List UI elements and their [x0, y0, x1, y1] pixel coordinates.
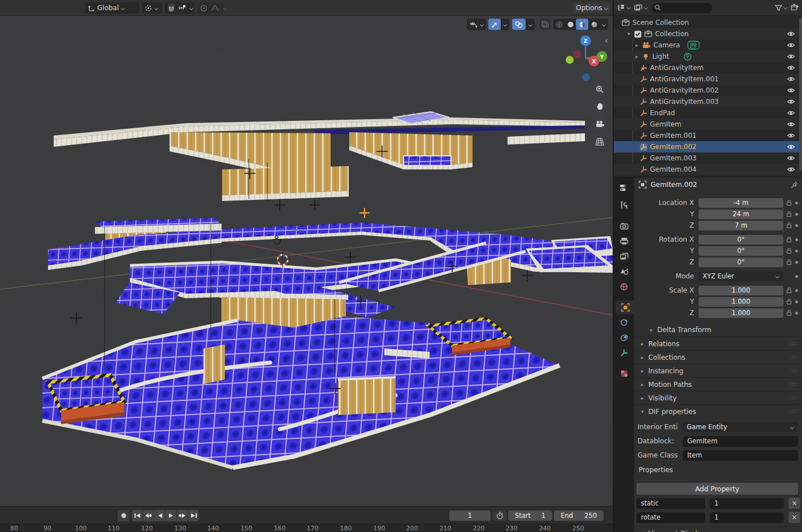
animate-dot[interactable] — [795, 213, 798, 216]
lock-icon[interactable] — [786, 298, 792, 305]
perspective-toggle-button[interactable] — [592, 134, 607, 149]
editor-type-properties-dropdown[interactable] — [615, 181, 632, 195]
scale-z-field[interactable]: 1.000 — [699, 308, 783, 318]
jump-to-end-button[interactable] — [188, 510, 199, 521]
interior-entity-dropdown[interactable]: Game Entity — [683, 422, 798, 432]
section-delta-transform[interactable]: ▸ Delta Transform — [634, 323, 802, 337]
eye-icon[interactable] — [787, 53, 795, 60]
location-x-field[interactable]: -4 m — [699, 198, 783, 208]
add-property-button[interactable]: Add Property — [636, 483, 798, 495]
search-input[interactable] — [663, 4, 708, 11]
play-reverse-button[interactable] — [154, 510, 165, 521]
eye-icon[interactable] — [787, 132, 795, 139]
outliner-row-antigravityitem-001[interactable]: AntiGravityItem.001 — [614, 73, 800, 85]
eye-icon[interactable] — [787, 42, 795, 49]
rotation-y-field[interactable]: 0° — [699, 246, 783, 256]
navigation-gizmo[interactable]: Z X Y — [558, 32, 613, 86]
viewport-3d-canvas[interactable]: ‹ Z X Y — [0, 16, 613, 506]
section-motion-paths[interactable]: ▸Motion Paths∷∷ — [634, 377, 802, 391]
section-dif-properties[interactable]: ▾DIF properties∷∷ — [634, 404, 802, 418]
property-value-field[interactable]: 1 — [710, 512, 784, 523]
gizmo-dropdown[interactable] — [501, 19, 509, 30]
jump-to-next-keyframe-button[interactable] — [177, 510, 188, 521]
transform-orientation-dropdown[interactable]: Global — [85, 2, 139, 14]
section-viewport-display[interactable]: ▸Viewport Display∷∷ — [634, 526, 802, 532]
play-button[interactable] — [166, 510, 176, 521]
tab-tool[interactable] — [615, 199, 632, 212]
animate-dot[interactable] — [795, 202, 798, 204]
tab-object-data[interactable] — [615, 346, 632, 360]
frame-end-field[interactable]: End 250 — [554, 511, 604, 521]
location-z-field[interactable]: 7 m — [699, 221, 783, 230]
section-visibility[interactable]: ▸Visibility∷∷ — [634, 391, 802, 404]
disclosure-triangle-icon[interactable]: ▾ — [626, 31, 631, 37]
overlays-toggle[interactable] — [512, 19, 526, 30]
tab-constraints[interactable] — [615, 316, 632, 329]
outliner-row-gemitem-001[interactable]: GemItem.001 — [614, 130, 800, 141]
eye-icon[interactable] — [787, 30, 795, 37]
lock-icon[interactable] — [786, 236, 792, 243]
animate-dot[interactable] — [795, 275, 798, 278]
eye-icon[interactable] — [787, 143, 795, 150]
proportional-edit-icon[interactable] — [200, 5, 207, 12]
section-instancing[interactable]: ▸Instancing∷∷ — [634, 364, 802, 377]
outliner-row-antigravityitem[interactable]: AntiGravityItem — [614, 62, 800, 73]
outliner-row-gemitem[interactable]: GemItem — [614, 119, 800, 130]
outliner-search-box[interactable] — [651, 3, 712, 13]
outliner-row-antigravityitem-003[interactable]: AntiGravityItem.003 — [614, 96, 800, 107]
property-name-field[interactable]: static — [636, 498, 705, 509]
eye-icon[interactable] — [787, 76, 795, 82]
outliner-row-gemitem-002-selected[interactable]: GemItem.002 — [614, 141, 800, 152]
eye-icon[interactable] — [787, 155, 795, 162]
animate-dot[interactable] — [795, 250, 798, 252]
auto-keying-record-button[interactable] — [118, 510, 129, 521]
eye-icon[interactable] — [787, 110, 795, 116]
gizmo-toggle[interactable] — [488, 19, 501, 30]
scale-y-field[interactable]: 1.000 — [699, 297, 783, 307]
outliner-row-gemitem-004[interactable]: GemItem.004 — [614, 164, 800, 175]
playback-sync-stopwatch-icon[interactable] — [493, 511, 506, 521]
disclosure-triangle-icon[interactable]: ▸ — [634, 54, 639, 59]
shading-dropdown[interactable] — [600, 19, 608, 30]
rotation-x-field[interactable]: 0° — [699, 235, 783, 245]
tab-render[interactable] — [615, 219, 632, 233]
section-collections[interactable]: ▸Collections∷∷ — [634, 350, 802, 364]
jump-to-prev-keyframe-button[interactable] — [143, 510, 154, 521]
outliner-row-light[interactable]: ▸ Light — [614, 51, 800, 62]
property-value-field[interactable]: 1 — [710, 498, 784, 509]
lock-icon[interactable] — [786, 199, 792, 206]
camera-view-button[interactable] — [592, 116, 607, 131]
checkbox-checked[interactable] — [634, 30, 641, 38]
snap-magnet-icon[interactable] — [168, 3, 175, 12]
eye-icon[interactable] — [787, 121, 795, 128]
lock-icon[interactable] — [786, 259, 792, 265]
pivot-point-dropdown[interactable] — [142, 2, 162, 14]
outliner-filter-dropdown[interactable] — [775, 5, 787, 11]
new-collection-button[interactable] — [791, 4, 799, 11]
pin-icon[interactable] — [791, 181, 798, 189]
datablock-field[interactable]: GemItem — [683, 436, 798, 447]
outliner-row-collection[interactable]: ▾ Collection — [614, 28, 800, 40]
falloff-curve-icon[interactable] — [211, 5, 219, 11]
eye-icon[interactable] — [787, 166, 795, 173]
breadcrumb-object-name[interactable]: GemItem.002 — [651, 181, 697, 189]
chevron-down-icon[interactable] — [189, 6, 192, 10]
animate-dot[interactable] — [795, 312, 798, 315]
frame-start-field[interactable]: Start 1 — [508, 511, 552, 521]
location-y-field[interactable]: 24 m — [699, 210, 783, 219]
tab-output[interactable] — [615, 234, 632, 248]
outliner-row-gemitem-003[interactable]: GemItem.003 — [614, 152, 800, 164]
scale-x-field[interactable]: 1.000 — [699, 286, 783, 295]
tab-object[interactable] — [615, 300, 635, 314]
animate-dot[interactable] — [795, 224, 798, 227]
options-dropdown[interactable]: Options — [573, 2, 610, 14]
pan-hand-button[interactable] — [592, 99, 607, 114]
eye-icon[interactable] — [787, 64, 795, 71]
rotation-mode-dropdown[interactable]: XYZ Euler — [699, 271, 783, 281]
jump-to-start-button[interactable] — [132, 510, 142, 521]
game-class-field[interactable]: Item — [683, 450, 798, 461]
shading-wireframe-button[interactable] — [553, 19, 565, 30]
outliner-scrollbar[interactable] — [799, 18, 802, 171]
section-relations[interactable]: ▸Relations∷∷ — [634, 337, 802, 350]
delete-property-button[interactable]: × — [788, 512, 800, 523]
